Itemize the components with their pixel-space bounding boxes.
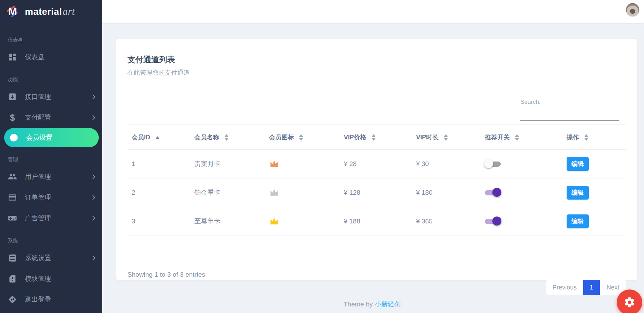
sidebar-item-module-management[interactable]: 模块管理 — [0, 268, 102, 289]
table-row: 3 至尊年卡 ¥ 188 ¥ 365 编辑 — [127, 207, 626, 236]
recommend-toggle[interactable] — [485, 218, 501, 224]
table-search: Search: — [520, 99, 619, 121]
chevron-right-icon — [90, 94, 95, 99]
brand-name: materialart — [25, 6, 75, 17]
nav-section-features: 功能 — [0, 67, 102, 86]
column-header-vip-duration[interactable]: VIP时长 — [412, 125, 481, 150]
pagination-previous-button[interactable]: Previous — [546, 280, 583, 295]
search-input[interactable] — [520, 107, 619, 121]
chevron-right-icon — [90, 115, 95, 120]
chevron-right-icon — [90, 256, 95, 260]
sidebar-item-label: 仪表盘 — [25, 53, 45, 62]
search-label: Search: — [520, 99, 619, 105]
cell-vip-price: ¥ 28 — [340, 150, 412, 178]
sidebar-item-label: 模块管理 — [25, 274, 51, 283]
crown-icon — [269, 159, 279, 168]
user-avatar[interactable] — [626, 3, 639, 16]
cell-vip-price: ¥ 128 — [340, 178, 412, 207]
theme-author-link[interactable]: 小新轻创 — [375, 301, 401, 308]
svg-text:M: M — [8, 6, 17, 17]
sidebar-item-label: 广告管理 — [25, 214, 51, 223]
column-header-member-icon[interactable]: 会员图标 — [265, 125, 339, 150]
sidebar-item-label: 系统设置 — [25, 254, 51, 263]
cell-member-name: 铂金季卡 — [190, 178, 265, 207]
sort-icon — [372, 134, 376, 141]
cell-member-name: 至尊年卡 — [190, 207, 265, 236]
brand-m-icon: M — [6, 4, 21, 19]
dollar-icon: $ — [8, 113, 17, 122]
cell-member-id: 3 — [127, 207, 190, 236]
brand[interactable]: M materialart — [0, 0, 102, 23]
pagination-page-1-button[interactable]: 1 — [583, 280, 600, 295]
receipt-icon — [8, 253, 17, 263]
recommend-toggle[interactable] — [485, 161, 501, 167]
cell-member-id: 1 — [127, 150, 190, 178]
settings-fab-button[interactable] — [617, 289, 642, 313]
cell-vip-duration: ¥ 30 — [412, 150, 481, 178]
payment-channel-table: 会员ID 会员名称 会员图标 VIP价格 VIP时长 — [127, 125, 626, 236]
chevron-right-icon — [90, 216, 95, 221]
recommend-toggle[interactable] — [485, 190, 501, 196]
page-subtitle: 在此管理您的支付通道 — [127, 68, 626, 77]
sidebar-item-label: 用户管理 — [25, 172, 51, 181]
pagination: Previous 1 Next — [546, 280, 626, 295]
main-content: 支付通道列表 在此管理您的支付通道 Search: 会员ID 会员名称 — [102, 23, 644, 313]
edit-button[interactable]: 编辑 — [567, 157, 589, 171]
table-info: Showing 1 to 3 of 3 entries — [127, 271, 205, 278]
sidebar-item-label: 订单管理 — [25, 193, 51, 202]
sidebar-item-order-management[interactable]: 订单管理 — [0, 187, 102, 208]
column-header-member-id[interactable]: 会员ID — [127, 125, 190, 150]
cell-vip-price: ¥ 188 — [340, 207, 412, 236]
sort-icon — [515, 134, 519, 141]
sort-icon — [224, 134, 229, 141]
logout-icon — [8, 295, 17, 304]
edit-button[interactable]: 编辑 — [567, 186, 589, 200]
column-header-member-name[interactable]: 会员名称 — [190, 125, 265, 150]
payment-channel-card: 支付通道列表 在此管理您的支付通道 Search: 会员ID 会员名称 — [116, 39, 637, 280]
crown-icon — [269, 216, 279, 225]
sidebar-nav: 仪表盘 仪表盘 功能 接口管理 $ 支付配置 — [0, 23, 102, 310]
table-row: 1 贵宾月卡 ¥ 28 ¥ 30 编辑 — [127, 150, 626, 178]
sort-icon — [444, 134, 448, 141]
sidebar-item-user-management[interactable]: 用户管理 — [0, 166, 102, 187]
brand-name-script: art — [63, 6, 75, 17]
sidebar-item-ad-management[interactable]: 广告管理 — [0, 208, 102, 229]
sort-asc-icon — [155, 136, 160, 139]
sort-icon — [584, 134, 588, 141]
sidebar-item-label: 会员设置 — [26, 133, 52, 142]
credit-card-icon — [8, 193, 17, 202]
column-header-actions[interactable]: 操作 — [563, 125, 626, 150]
dashboard-icon — [8, 52, 17, 62]
module-alert-icon — [8, 274, 17, 284]
table-header-row: 会员ID 会员名称 会员图标 VIP价格 VIP时长 — [127, 125, 626, 150]
nav-section-dashboard: 仪表盘 — [0, 28, 102, 47]
theme-footer: Theme by 小新轻创. — [102, 300, 644, 309]
sidebar-item-label: 退出登录 — [25, 295, 51, 304]
cell-member-name: 贵宾月卡 — [190, 150, 265, 178]
column-header-recommend-switch[interactable]: 推荐开关 — [481, 125, 563, 150]
sort-icon — [299, 134, 303, 141]
edit-button[interactable]: 编辑 — [567, 214, 589, 228]
table-row: 2 铂金季卡 ¥ 128 ¥ 180 编辑 — [127, 178, 626, 207]
sidebar-item-logout[interactable]: 退出登录 — [0, 289, 102, 310]
users-icon — [8, 172, 17, 182]
column-header-vip-price[interactable]: VIP价格 — [340, 125, 412, 150]
cell-vip-duration: ¥ 365 — [412, 207, 481, 236]
sidebar: M materialart 仪表盘 仪表盘 功能 接口管理 $ 支付配置 — [0, 0, 102, 313]
crown-icon — [269, 187, 279, 196]
sidebar-item-dashboard[interactable]: 仪表盘 — [0, 47, 102, 67]
nav-section-system: 系统 — [0, 229, 102, 248]
gear-icon — [624, 296, 635, 308]
sidebar-item-label: 接口管理 — [25, 92, 51, 101]
sidebar-item-system-settings[interactable]: 系统设置 — [0, 248, 102, 268]
sidebar-item-payment-config[interactable]: $ 支付配置 — [0, 107, 102, 128]
sidebar-item-api-management[interactable]: 接口管理 — [0, 86, 102, 107]
nav-section-management: 管理 — [0, 147, 102, 166]
sidebar-item-label: 支付配置 — [25, 113, 51, 122]
chevron-right-icon — [90, 195, 95, 200]
sidebar-item-member-settings[interactable]: 会员设置 — [4, 128, 99, 147]
cell-member-id: 2 — [127, 178, 190, 207]
topbar — [102, 0, 644, 23]
cell-vip-duration: ¥ 180 — [412, 178, 481, 207]
api-box-icon — [8, 92, 17, 102]
